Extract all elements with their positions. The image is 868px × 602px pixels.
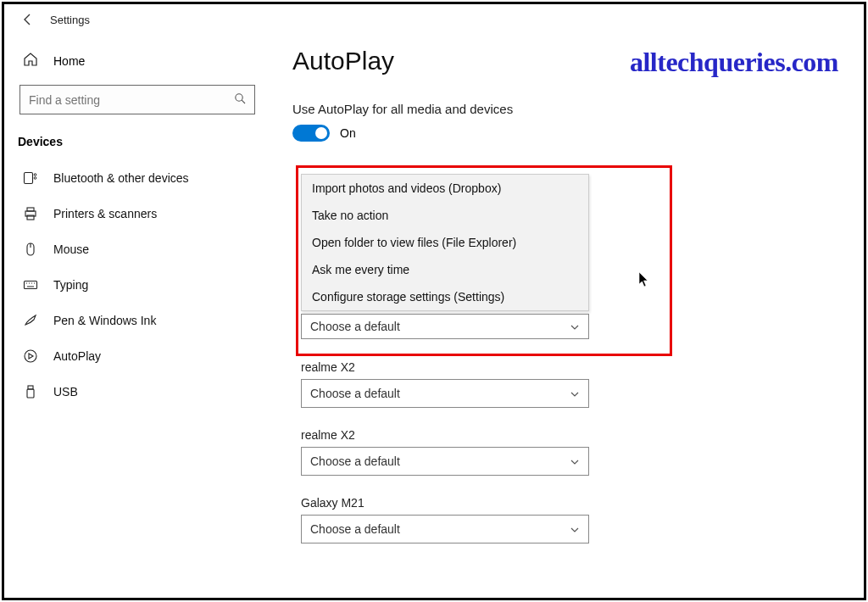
sidebar-item-typing[interactable]: Typing	[16, 267, 259, 303]
sidebar-item-autoplay[interactable]: AutoPlay	[16, 338, 259, 374]
sidebar-item-label: AutoPlay	[53, 349, 101, 363]
svg-rect-18	[27, 389, 34, 398]
toggle-state-label: On	[340, 126, 356, 140]
app-title: Settings	[50, 14, 90, 26]
device-label: realme X2	[301, 428, 640, 442]
toggle-caption: Use AutoPlay for all media and devices	[292, 102, 838, 116]
svg-rect-2	[25, 173, 33, 184]
device-select[interactable]: Choose a default	[301, 379, 589, 408]
sidebar-item-printers[interactable]: Printers & scanners	[16, 196, 259, 231]
device-select[interactable]: Choose a default	[301, 447, 589, 476]
sidebar-item-label: USB	[53, 385, 78, 399]
select-value: Choose a default	[310, 320, 400, 333]
cursor-icon	[638, 271, 650, 288]
autoplay-icon	[23, 348, 38, 364]
svg-rect-17	[28, 386, 33, 389]
sidebar-item-mouse[interactable]: Mouse	[16, 231, 259, 267]
search-input[interactable]	[19, 85, 255, 114]
svg-point-16	[25, 350, 36, 362]
select-value: Choose a default	[310, 454, 400, 468]
device-label: Galaxy M21	[301, 496, 640, 510]
sidebar-item-label: Pen & Windows Ink	[53, 314, 156, 327]
device-select[interactable]: Choose a default	[301, 515, 589, 543]
dropdown-option[interactable]: Open folder to view files (File Explorer…	[302, 229, 588, 256]
sidebar-item-bluetooth[interactable]: Bluetooth & other devices	[16, 160, 259, 196]
keyboard-icon	[23, 277, 38, 293]
dropdown-option[interactable]: Ask me every time	[302, 256, 588, 283]
sidebar-item-pen[interactable]: Pen & Windows Ink	[16, 303, 259, 338]
select-value: Choose a default	[310, 522, 400, 536]
home-icon	[23, 52, 38, 70]
search-icon	[234, 92, 246, 107]
sidebar-item-label: Bluetooth & other devices	[53, 171, 189, 185]
dropdown-option[interactable]: Take no action	[302, 202, 588, 229]
printer-icon	[23, 206, 38, 221]
chevron-down-icon	[570, 524, 580, 534]
sidebar-section-header: Devices	[16, 130, 259, 160]
svg-rect-10	[25, 281, 37, 289]
chevron-down-icon	[570, 388, 580, 399]
watermark-brand: alltechqueries.com	[630, 47, 838, 78]
sidebar-item-label: Typing	[53, 278, 88, 292]
svg-point-3	[34, 174, 36, 176]
device-select-open[interactable]: Choose a default	[301, 314, 589, 339]
autoplay-toggle[interactable]	[292, 125, 330, 142]
mouse-icon	[23, 242, 38, 257]
nav-home[interactable]: Home	[16, 47, 259, 75]
svg-line-1	[242, 100, 245, 103]
usb-icon	[23, 384, 38, 399]
dropdown-option[interactable]: Import photos and videos (Dropbox)	[302, 175, 588, 202]
dropdown-option[interactable]: Configure storage settings (Settings)	[302, 283, 588, 310]
sidebar-item-label: Printers & scanners	[53, 207, 157, 220]
bluetooth-icon	[23, 170, 38, 186]
page-title: AutoPlay	[292, 47, 394, 75]
nav-home-label: Home	[53, 54, 85, 68]
chevron-down-icon	[570, 456, 580, 466]
sidebar-item-usb[interactable]: USB	[16, 374, 259, 410]
search-field[interactable]	[29, 93, 234, 107]
device-label: realme X2	[301, 360, 640, 374]
dropdown-popup: Import photos and videos (Dropbox) Take …	[301, 174, 589, 311]
back-icon[interactable]	[21, 13, 35, 26]
select-value: Choose a default	[310, 387, 400, 400]
title-bar: Settings	[4, 4, 864, 31]
sidebar-item-label: Mouse	[53, 242, 89, 256]
svg-point-0	[236, 94, 242, 101]
svg-rect-6	[27, 208, 34, 211]
sidebar: Home Devices Bluetooth & other devices	[4, 31, 267, 594]
svg-point-4	[34, 177, 36, 180]
pen-icon	[23, 313, 38, 328]
chevron-down-icon	[570, 321, 580, 332]
